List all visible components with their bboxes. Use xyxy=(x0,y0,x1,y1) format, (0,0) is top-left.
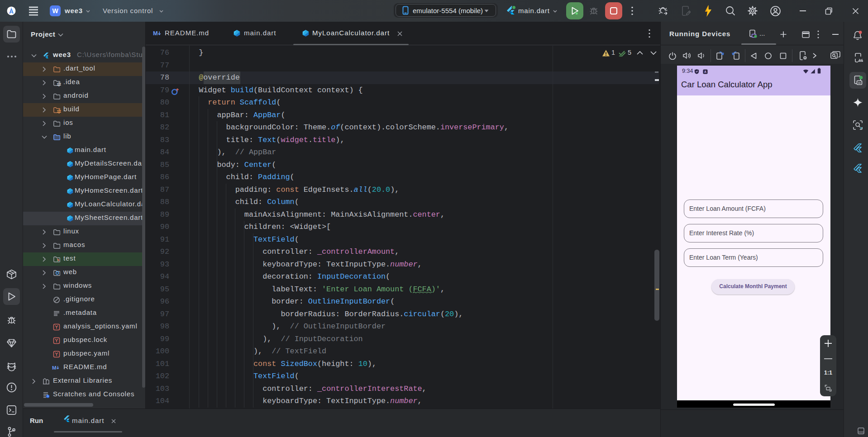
svg-text:A: A xyxy=(704,70,706,73)
